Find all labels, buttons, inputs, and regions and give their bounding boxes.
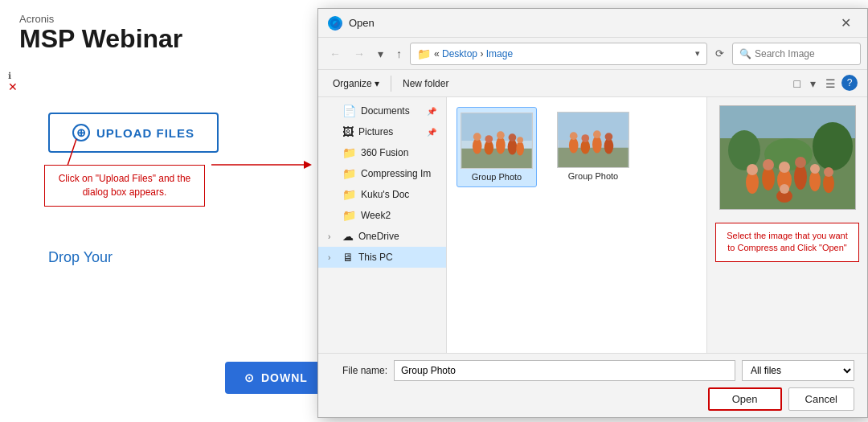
open-button[interactable]: Open (708, 387, 782, 411)
sidebar-item-onedrive[interactable]: › ☁ OneDrive (318, 226, 446, 247)
sidebar-label-compressing: Compressing Im (361, 168, 431, 179)
help-button[interactable]: ? (841, 75, 858, 91)
refresh-button[interactable]: ⟳ (710, 45, 729, 62)
search-input[interactable] (755, 48, 851, 59)
svg-point-12 (516, 141, 524, 155)
dialog-files: Group Photo (447, 97, 706, 353)
filename-label: File name: (331, 365, 387, 376)
svg-point-15 (497, 131, 505, 139)
cancel-button[interactable]: Cancel (788, 387, 854, 411)
arrow-annotation (207, 149, 312, 181)
address-dropdown-button[interactable]: ▾ (695, 48, 700, 59)
preview-callout-text: Select the image that you want to Compre… (727, 231, 847, 252)
new-folder-label: New folder (403, 78, 448, 89)
file-thumbnail-2 (557, 112, 629, 168)
sidebar-item-documents[interactable]: 📄 Documents 📌 (318, 100, 446, 121)
view-button-1[interactable]: □ (790, 75, 805, 92)
folder-icon: 📁 (342, 188, 356, 201)
toolbar-separator (391, 76, 391, 92)
upload-files-label: UPLOAD FILES (96, 126, 194, 140)
sidebar-item-week2[interactable]: 📁 Week2 (318, 205, 446, 226)
open-button-label: Open (732, 393, 758, 405)
view-button-dropdown[interactable]: ▾ (806, 75, 820, 92)
expand-icon-onedrive: › (328, 232, 338, 241)
sidebar-item-pictures[interactable]: 🖼 Pictures 📌 (318, 121, 446, 142)
nav-back-button[interactable]: ← (325, 44, 346, 64)
folder-icon: 📁 (342, 167, 356, 180)
dialog-bottom: File name: All files Open Cancel (318, 353, 867, 417)
svg-rect-19 (558, 113, 628, 140)
nav-forward-button[interactable]: → (349, 44, 370, 64)
sidebar-label-kukusdoc: Kuku's Doc (361, 189, 409, 200)
folder-icon: 📁 (342, 146, 356, 159)
dialog-toolbar: Organize ▾ New folder □ ▾ ☰ ? (318, 70, 867, 97)
download-button[interactable]: ⊙ DOWNL (225, 362, 327, 394)
svg-rect-6 (461, 113, 531, 141)
svg-point-24 (604, 138, 614, 154)
titlebar-left: Open (328, 16, 375, 31)
svg-point-14 (485, 135, 493, 143)
app-close-icon[interactable]: ✕ (8, 80, 18, 93)
sidebar-label-week2: Week2 (361, 210, 391, 221)
filename-row: File name: All files (331, 360, 854, 381)
svg-point-26 (581, 134, 589, 142)
sidebar-item-kukusdoc[interactable]: 📁 Kuku's Doc (318, 184, 446, 205)
dialog-nav: ← → ▾ ↑ 📁 « Desktop › Image ▾ ⟳ 🔍 (318, 38, 867, 70)
pin-icon: 📌 (427, 128, 436, 137)
svg-point-25 (570, 132, 578, 140)
view-buttons: □ ▾ ☰ ? (790, 75, 858, 92)
tooltip-box: Click on "Upload Files" and the dialog b… (44, 165, 205, 207)
address-bar: 📁 « Desktop › Image ▾ (410, 43, 707, 65)
view-button-2[interactable]: ☰ (821, 75, 840, 92)
documents-icon: 📄 (342, 104, 356, 117)
cancel-button-label: Cancel (805, 393, 837, 405)
nav-dropdown-button[interactable]: ▾ (373, 44, 388, 64)
svg-point-33 (813, 122, 853, 170)
svg-point-27 (593, 130, 601, 138)
drop-zone-text: Drop Your (48, 249, 113, 266)
filetype-select[interactable]: All files (742, 360, 854, 381)
svg-point-48 (780, 184, 789, 194)
sidebar-label-360fusion: 360 Fusion (361, 147, 408, 158)
tooltip-text: Click on "Upload Files" and the dialog b… (59, 173, 191, 198)
svg-point-28 (605, 133, 613, 141)
svg-point-13 (473, 133, 481, 141)
preview-callout: Select the image that you want to Compre… (715, 223, 859, 262)
sidebar-item-360fusion[interactable]: 📁 360 Fusion (318, 142, 446, 163)
svg-point-32 (728, 130, 760, 170)
svg-point-43 (763, 159, 774, 170)
onedrive-icon: ☁ (342, 230, 354, 243)
edge-icon (328, 16, 342, 31)
svg-point-16 (509, 133, 517, 141)
svg-point-45 (795, 157, 806, 168)
sidebar-label-pictures: Pictures (358, 126, 393, 137)
sidebar-item-thispc[interactable]: › 🖥 This PC (318, 247, 446, 268)
svg-point-46 (810, 164, 820, 174)
svg-point-44 (779, 162, 790, 173)
new-folder-button[interactable]: New folder (398, 76, 453, 92)
dialog-close-button[interactable]: ✕ (834, 14, 858, 32)
filename-input[interactable] (394, 360, 735, 381)
dialog-titlebar: Open ✕ (318, 9, 867, 38)
organize-button[interactable]: Organize ▾ (328, 76, 384, 92)
svg-point-42 (747, 164, 758, 175)
dialog-preview: Select the image that you want to Compre… (706, 97, 867, 353)
address-path: « Desktop › Image (434, 48, 513, 59)
file-item-2[interactable]: Group Photo (553, 107, 633, 186)
file-item-1[interactable]: Group Photo (457, 107, 537, 187)
sidebar-label-thispc: This PC (358, 252, 393, 263)
svg-point-23 (592, 136, 602, 153)
download-label: DOWNL (261, 371, 308, 384)
file-label-2: Group Photo (568, 171, 618, 181)
svg-point-17 (517, 137, 523, 143)
action-row: Open Cancel (331, 387, 854, 411)
dialog-title: Open (349, 17, 375, 29)
nav-up-button[interactable]: ↑ (391, 44, 407, 64)
search-icon: 🔍 (739, 48, 751, 59)
sidebar-item-compressing[interactable]: 📁 Compressing Im (318, 163, 446, 184)
sidebar-label-documents: Documents (361, 105, 410, 117)
svg-rect-20 (558, 148, 628, 167)
svg-marker-1 (304, 161, 312, 169)
download-icon: ⊙ (244, 371, 255, 384)
pin-icon: 📌 (427, 107, 436, 116)
